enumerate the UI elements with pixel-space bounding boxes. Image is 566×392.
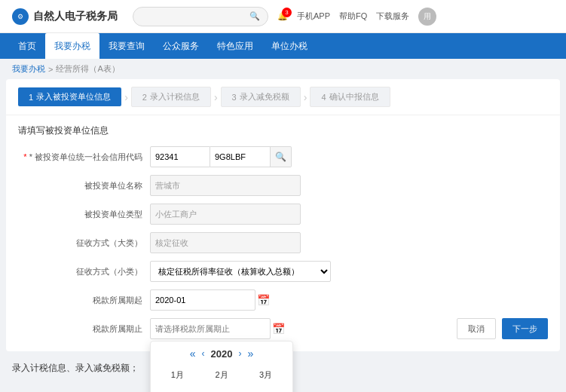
cal-next-btn[interactable]: » (247, 348, 253, 360)
step-arrow-2: › (214, 91, 218, 103)
logo-icon: ⚙ (12, 8, 29, 25)
step-4: 4 确认中报信息 (310, 87, 390, 107)
breadcrumb-child: 经营所得（A表） (56, 63, 119, 75)
cal-prev-year-btn[interactable]: ‹ (202, 348, 205, 359)
form-label-period-start: 税款所属期起 (18, 295, 150, 306)
steps-bar: 1 录入被投资单位信息 › 2 录入计税信息 › 3 录入减免税额 › 4 确认… (6, 79, 560, 115)
step-2-num: 2 (142, 93, 147, 102)
form-row-collect-minor: 征收方式（小类） 核定征税所得率征收（核算收入总额） (18, 261, 548, 282)
form-label-unit-name: 被投资单位名称 (18, 180, 150, 191)
nav-bar: 首页 我要办税 我要查询 公众服务 特色应用 单位办税 (0, 33, 566, 59)
bell-badge: 3 (282, 8, 292, 17)
search-bar[interactable]: 🔍 (133, 7, 268, 26)
credit-code-input2[interactable] (210, 146, 271, 167)
step-1: 1 录入被投资单位信息 (18, 87, 121, 106)
search-input[interactable] (141, 12, 249, 21)
form-label-unit-type: 被投资单位类型 (18, 209, 150, 220)
form-row-unit-name: 被投资单位名称 (18, 175, 548, 196)
step-3-label: 录入减免税额 (240, 91, 289, 103)
step-3-num: 3 (232, 93, 237, 102)
nav-item-home[interactable]: 首页 (9, 33, 45, 59)
cal-month-2[interactable]: 2月 (201, 366, 243, 384)
period-start-cal-icon[interactable]: 📅 (257, 294, 270, 306)
cal-prev-btn[interactable]: « (190, 348, 196, 360)
action-buttons: 取消 下一步 (457, 318, 548, 339)
form-row-period-start: 税款所属期起 📅 (18, 289, 548, 311)
step-2: 2 录入计税信息 (131, 87, 211, 107)
form-label-period-end: 税款所属期止 (18, 318, 150, 339)
step-1-label: 录入被投资单位信息 (36, 91, 111, 103)
form-control-credit-code: 🔍 (150, 146, 292, 167)
form-label-collect-minor: 征收方式（小类） (18, 266, 150, 277)
nav-item-unit[interactable]: 单位办税 (262, 33, 317, 59)
help-link[interactable]: 帮助FQ (339, 11, 367, 22)
cal-month-6[interactable]: 6月 (245, 387, 286, 392)
cancel-button[interactable]: 取消 (457, 318, 496, 339)
main-content: 1 录入被投资单位信息 › 2 录入计税信息 › 3 录入减免税额 › 4 确认… (6, 79, 560, 351)
step-arrow-1: › (124, 91, 128, 103)
cal-month-3[interactable]: 3月 (245, 366, 286, 384)
cal-month-5[interactable]: 5月 (201, 387, 243, 392)
step-2-label: 录入计税信息 (150, 91, 200, 103)
nav-item-special[interactable]: 特色应用 (208, 33, 262, 59)
header-actions: 🔔 3 手机APP 帮助FQ 下载服务 用 (277, 8, 436, 26)
cal-next-year-btn[interactable]: › (238, 348, 241, 359)
cal-month-1[interactable]: 1月 (157, 366, 198, 384)
calendar-header: « ‹ 2020 › » (157, 348, 286, 360)
form-row-credit-code: * * 被投资单位统一社会信用代码 🔍 (18, 146, 548, 167)
breadcrumb-sep1: > (48, 65, 53, 74)
next-button[interactable]: 下一步 (502, 318, 548, 339)
logo-text: 自然人电子税务局 (33, 10, 118, 23)
breadcrumb: 我要办税 > 经营所得（A表） (0, 59, 566, 79)
step-arrow-3: › (304, 91, 307, 103)
step-4-label: 确认中报信息 (329, 91, 379, 103)
step-1-num: 1 (29, 93, 33, 102)
collect-minor-select[interactable]: 核定征税所得率征收（核算收入总额） (150, 261, 331, 282)
cal-year-display: 2020 (211, 348, 233, 360)
phone-app-link[interactable]: 手机APP (297, 11, 330, 22)
form-row-unit-type: 被投资单位类型 (18, 204, 548, 225)
step-4-num: 4 (321, 93, 326, 102)
credit-code-search-btn[interactable]: 🔍 (271, 146, 292, 167)
nav-item-query[interactable]: 我要查询 (99, 33, 154, 59)
section-title: 请填写被投资单位信息 (18, 124, 548, 137)
form-row-collect-major: 征收方式（大类） (18, 232, 548, 253)
period-start-input[interactable] (150, 289, 255, 311)
period-end-input[interactable] (150, 318, 271, 339)
nav-item-my-tax[interactable]: 我要办税 (45, 33, 99, 59)
period-end-cal-icon[interactable]: 📅 (272, 323, 285, 335)
form-label-collect-major: 征收方式（大类） (18, 237, 150, 249)
bell-icon-wrap[interactable]: 🔔 3 (277, 11, 288, 21)
breadcrumb-root[interactable]: 我要办税 (12, 63, 45, 75)
cal-month-4[interactable]: 4月 (157, 387, 198, 392)
form-label-credit-code: * * 被投资单位统一社会信用代码 (18, 152, 150, 163)
step-3: 3 录入减免税额 (221, 87, 301, 107)
header-logo: ⚙ 自然人电子税务局 (12, 8, 118, 25)
form-row-period-end: 税款所属期止 📅 « ‹ 2020 › » 1月 (18, 318, 548, 339)
unit-name-input (150, 175, 301, 196)
nav-item-public[interactable]: 公众服务 (154, 33, 208, 59)
header: ⚙ 自然人电子税务局 🔍 🔔 3 手机APP 帮助FQ 下载服务 用 (0, 0, 566, 33)
calendar-dropdown: « ‹ 2020 › » 1月 2月 3月 4月 5月 6月 7月 (150, 341, 293, 392)
search-icon: 🔍 (249, 11, 260, 21)
unit-type-input (150, 204, 301, 225)
avatar: 用 (418, 8, 436, 26)
collect-major-input (150, 232, 301, 253)
credit-code-input1[interactable] (150, 146, 210, 167)
cal-grid: 1月 2月 3月 4月 5月 6月 7月 8月 9月 10月 11月 12月 (157, 366, 286, 392)
download-link[interactable]: 下载服务 (376, 11, 409, 22)
